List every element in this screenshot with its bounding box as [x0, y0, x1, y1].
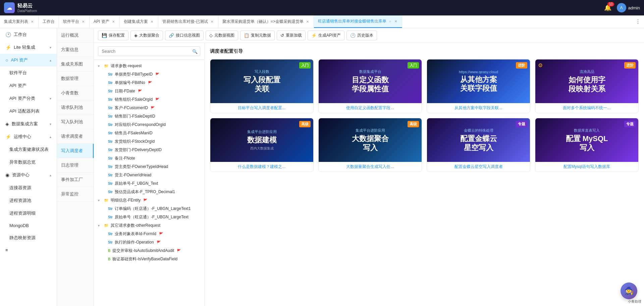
tree-node-ubgn-largetext[interactable]: Str 原始单号（旺店通）-F_UBGN_LargeText — [94, 213, 204, 221]
tree-node-fowneridhead[interactable]: Str 货主-FOwnerIdHead — [94, 171, 204, 179]
notification-button[interactable]: 🔔 10 — [604, 4, 611, 11]
second-sidebar-relation[interactable]: 集成关系图 — [57, 57, 94, 72]
tab-api-asset[interactable]: API 资产 ✕ — [90, 15, 120, 28]
tree-node-formid[interactable]: Str 业务对象表单Id-FormId 🚩 — [94, 230, 204, 238]
meta-view-button[interactable]: ◇ 元数据视图 — [206, 31, 238, 40]
card-main-text: 大数据聚合写入 — [352, 134, 389, 152]
tree-node-ubgn-largetext1[interactable]: Str 订单编码（旺店通）-F_UBGN_LargeText1 — [94, 205, 204, 213]
guide-card-5[interactable]: 集成平台进阶应用 数据建模 西内大数据集成 高级 什么是数据建模？建模之... — [210, 118, 314, 172]
tree-node-fcustomerid[interactable]: Str 客户-FCustomerID 🚩 — [94, 104, 204, 112]
tree-node-operation[interactable]: Str 执行的操作-Operation 🚩 — [94, 238, 204, 247]
tab-close-icon[interactable]: ✕ — [30, 19, 34, 24]
guide-card-8[interactable]: 数据库直表写入 配置 MySQL写入 专题 配置Mysql语句写入数据库 — [535, 118, 639, 172]
second-sidebar-event[interactable]: 事件加工厂 — [57, 173, 94, 187]
tab-workbench[interactable]: 工作台 — [39, 15, 59, 28]
second-sidebar-write-queue[interactable]: 写入队列池 — [57, 115, 94, 129]
sidebar-item-api-asset[interactable]: ○ API 资产 ▴ — [0, 54, 57, 67]
sidebar-item-lite[interactable]: ⚡ Lite 轻集成 ▾ — [0, 41, 57, 54]
second-sidebar-overview[interactable]: 运行概况 — [57, 28, 94, 43]
tab-create-plan[interactable]: 创建集成方案 ✕ — [120, 15, 158, 28]
sidebar-collapse-button[interactable]: ≡ — [0, 244, 57, 256]
user-area[interactable]: A admin — [617, 3, 640, 12]
sidebar-item-health[interactable]: 集成方案健康状况表 — [0, 143, 57, 156]
tab-close-icon[interactable]: ✕ — [210, 19, 214, 24]
tree-node-label: 备注-FNote — [115, 156, 135, 161]
save-config-button[interactable]: 💾 保存配置 — [98, 31, 128, 40]
second-sidebar-data[interactable]: 数据管理 — [57, 72, 94, 86]
guide-card-7[interactable]: 金蝶云的特殊处理 配置金蝶云星空写入 专题 配置金蝶云星空写入调度者 — [427, 118, 530, 172]
history-button[interactable]: 🕐 历史版本 — [346, 31, 377, 40]
sidebar-item-connector[interactable]: 连接器资源 — [0, 181, 57, 194]
sidebar-item-workbench[interactable]: 🕐 工作台 — [0, 28, 57, 41]
sidebar-item-api-resource[interactable]: API 资产 — [0, 79, 57, 92]
tree-node-fstockorgid[interactable]: Str 发货组织-FStockOrgId — [94, 137, 204, 146]
tree-node-fnote[interactable]: Str 备注-FNote — [94, 154, 204, 163]
reload-button[interactable]: ↺ 重新加载 — [277, 31, 306, 40]
tab-close-icon[interactable]: ○ — [388, 19, 392, 24]
tab-close-icon[interactable]: ✕ — [111, 19, 115, 24]
second-sidebar-query[interactable]: 小青查数 — [57, 86, 94, 100]
menu-icon: ≡ — [5, 248, 8, 253]
sidebar-item-resource[interactable]: ◉ 资源中心 ▴ — [0, 169, 57, 181]
sidebar-item-label: API 资产 — [11, 57, 28, 63]
tab-workbench-home[interactable]: 集成方案列表 ✕ — [0, 15, 39, 28]
search-input[interactable] — [98, 46, 200, 56]
guide-card-2[interactable]: 数据集成平台 目定义函数学段属性值 入门 使用自定义函数配置字段... — [318, 59, 422, 113]
sidebar-item-exception[interactable]: 异常数据总览 — [0, 156, 57, 169]
second-sidebar-info[interactable]: 方案信息 — [57, 43, 94, 57]
sidebar-item-data-integration[interactable]: ◈ 数据集成方案 ▾ — [0, 118, 57, 130]
copy-meta-button[interactable]: 📋 复制元数据 — [240, 31, 275, 40]
tree-node-verifybase[interactable]: B 验证基础资料-IsVerifyBaseDataField — [94, 255, 204, 263]
gen-api-button[interactable]: ⚡ 生成API资产 — [308, 31, 344, 40]
card-label: https://www.qeasy.cloud — [459, 70, 498, 74]
bigdata-merge-button[interactable]: ◈ 大数据聚合 — [130, 31, 163, 40]
content-area: 💾 保存配置 ◈ 大数据聚合 🔗 接口信息视图 ◇ 元数据视图 📋 复制元数据 … — [94, 28, 644, 306]
merge-icon: ◈ — [134, 33, 138, 38]
sidebar-item-api-adapter[interactable]: API 适配器列表 — [0, 105, 57, 118]
sidebar-item-mongodb[interactable]: MongoDB — [0, 220, 57, 231]
sidebar-item-software-platform[interactable]: 软件平台 — [0, 67, 57, 79]
tree-node-fsalesmanid[interactable]: Str 销售员-FSalesManID — [94, 129, 204, 137]
second-sidebar-write-scheduler[interactable]: 写入调度者 — [57, 144, 94, 158]
tab-close-icon[interactable]: ✕ — [306, 19, 310, 24]
tree-node-fsaleorgid[interactable]: Str 销售组织-FSaleOrgId 🚩 — [94, 95, 204, 104]
guide-card-1[interactable]: 写入段数 写入段配置关联 入门 目标平台写入调度者配置... — [210, 59, 314, 113]
guide-card-6[interactable]: 集成平台进阶应用 大数据聚合写入 高级 大数据量聚合生成写入任... — [318, 118, 422, 172]
sidebar-item-api-category[interactable]: API 资产分类 ▾ — [0, 92, 57, 105]
tree-node-fdeliverydeptid[interactable]: Str 发货部门-FDeliveryDeptID — [94, 146, 204, 154]
card-badge: 进阶 — [516, 62, 527, 69]
diamond-icon: ◈ — [5, 121, 9, 127]
tab-guanyi[interactable]: 管易销售出库对接-已测试 ✕ — [158, 15, 218, 28]
tree-node-fbillno[interactable]: Str 单据编号-FBillNo 🚩 — [94, 79, 204, 87]
guide-card-4[interactable]: ⚙ 流渔高品 如何使用字段映射关系 进阶 面对多个系统编码不统一... — [535, 59, 639, 113]
second-sidebar-monitor[interactable]: 异常监控 — [57, 187, 94, 202]
tab-close-icon[interactable]: ✕ — [81, 19, 85, 24]
sidebar-item-process-detail[interactable]: 进程资源明细 — [0, 207, 57, 220]
sidebar-item-process-pool[interactable]: 进程资源池 — [0, 194, 57, 207]
tab-software[interactable]: 软件平台 ✕ — [59, 15, 90, 28]
second-sidebar-log[interactable]: 日志管理 — [57, 158, 94, 173]
second-sidebar-req-scheduler[interactable]: 请求调度者 — [57, 129, 94, 144]
guide-card-3[interactable]: https://www.qeasy.cloud 从其他方案关联字段值 进阶 从其… — [427, 59, 530, 113]
interface-view-button[interactable]: 🔗 接口信息视图 — [165, 31, 204, 40]
sidebar-item-static-map[interactable]: 静态映射资源 — [0, 231, 57, 244]
tree-node-fentity[interactable]: ▾ 📁 明细信息-FEntity 🚩 — [94, 196, 204, 205]
tree-node-other-request[interactable]: ▾ 📁 其它请求参数-otherRequest — [94, 221, 204, 230]
second-sidebar-req-queue[interactable]: 请求队列池 — [57, 100, 94, 115]
tab-close-icon[interactable]: ✕ — [150, 19, 154, 24]
tree-node-fbilltypeid[interactable]: Str 单据类型-FBillTypeID 🚩 — [94, 70, 204, 79]
assistant-button[interactable]: 🧙 — [621, 282, 637, 299]
tree-node-request[interactable]: ▾ 📁 请求参数-request — [94, 62, 204, 70]
tree-node-fsaledeptid[interactable]: Str 销售部门-FSaleDeptID — [94, 112, 204, 121]
sidebar-item-ops[interactable]: ⚡ 运维中心 ▴ — [0, 130, 57, 143]
tree-node-fubgntext[interactable]: Str 原始单号-F_UBGN_Text — [94, 179, 204, 188]
tree-node-autosubmit[interactable]: B 提交并审核-IsAutoSubmitAndAudit 🚩 — [94, 247, 204, 255]
tree-node-fdate[interactable]: Str 日期-FDate 🚩 — [94, 87, 204, 95]
tabs-more-button[interactable]: ⋮ — [632, 15, 644, 28]
tab-jushui[interactable]: 聚水潭采购退货单（确认）=>金蝶采购退货单 ✕ — [218, 15, 314, 28]
tree-node-fownertypeidhead[interactable]: Str 货主类型-FOwnerTypeIdHead — [94, 163, 204, 171]
tab-close-icon2[interactable]: ✕ — [394, 19, 398, 24]
tab-wangdian[interactable]: 旺店通销售出库单对接金蝶销售出库单 ○ ✕ — [314, 15, 402, 28]
tree-node-fcorrespondorgid[interactable]: Str 对应组织-FCorrespondOrgId — [94, 121, 204, 129]
tree-node-ftpro[interactable]: Str 预估货品成本-F_TPRO_Decimal1 — [94, 188, 204, 196]
